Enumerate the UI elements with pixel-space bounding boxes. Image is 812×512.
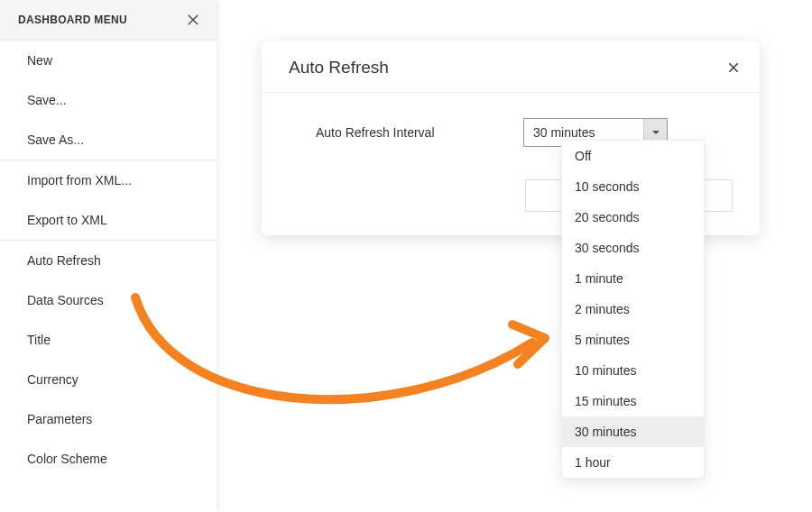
sidebar: DASHBOARD MENU NewSave...Save As...Impor…: [0, 0, 217, 512]
menu-item-color-scheme[interactable]: Color Scheme: [0, 439, 217, 479]
option-10-minutes[interactable]: 10 minutes: [562, 355, 704, 386]
option-15-minutes[interactable]: 15 minutes: [562, 386, 704, 416]
close-icon[interactable]: [727, 61, 740, 74]
option-30-minutes[interactable]: 30 minutes: [562, 416, 704, 447]
dialog-title: Auto Refresh: [289, 58, 389, 78]
menu-item-save[interactable]: Save...: [0, 80, 217, 120]
option-1-hour[interactable]: 1 hour: [562, 447, 704, 478]
menu-item-data-sources[interactable]: Data Sources: [0, 280, 217, 320]
menu-item-save-as[interactable]: Save As...: [0, 120, 217, 160]
option-10-seconds[interactable]: 10 seconds: [562, 171, 704, 202]
menu-item-auto-refresh[interactable]: Auto Refresh: [0, 241, 217, 280]
menu-item-parameters[interactable]: Parameters: [0, 399, 217, 439]
sidebar-title: DASHBOARD MENU: [18, 14, 127, 26]
interval-options: Off10 seconds20 seconds30 seconds1 minut…: [561, 140, 705, 479]
option-off[interactable]: Off: [562, 141, 704, 171]
menu-item-new[interactable]: New: [0, 41, 217, 80]
close-icon[interactable]: [184, 11, 202, 29]
sidebar-header: DASHBOARD MENU: [0, 0, 217, 41]
menu-item-title[interactable]: Title: [0, 320, 217, 360]
option-1-minute[interactable]: 1 minute: [562, 263, 704, 294]
option-2-minutes[interactable]: 2 minutes: [562, 294, 704, 325]
option-5-minutes[interactable]: 5 minutes: [562, 325, 704, 355]
option-30-seconds[interactable]: 30 seconds: [562, 233, 704, 263]
dialog-header: Auto Refresh: [262, 41, 760, 93]
menu-item-export-to-xml[interactable]: Export to XML: [0, 200, 217, 241]
interval-label: Auto Refresh Interval: [289, 125, 523, 140]
option-20-seconds[interactable]: 20 seconds: [562, 202, 704, 233]
menu-item-currency[interactable]: Currency: [0, 360, 217, 399]
menu-item-import-from-xml[interactable]: Import from XML...: [0, 160, 217, 200]
